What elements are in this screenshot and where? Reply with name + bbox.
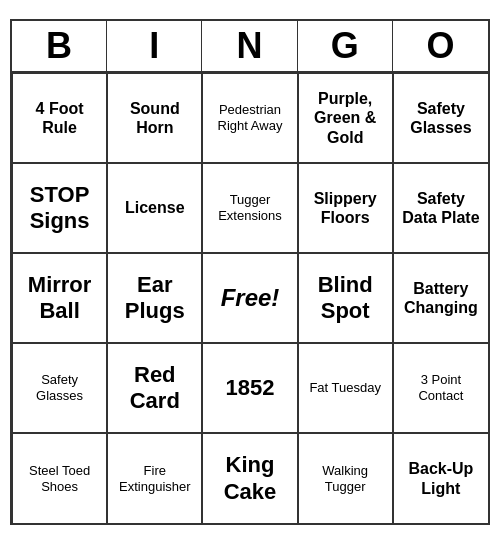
header-letter: G xyxy=(298,21,393,71)
bingo-cell: License xyxy=(107,163,202,253)
bingo-cell: 1852 xyxy=(202,343,297,433)
cell-text: 4 Foot Rule xyxy=(17,99,102,137)
cell-text: Purple, Green & Gold xyxy=(303,89,388,147)
cell-text: Ear Plugs xyxy=(112,272,197,325)
cell-text: License xyxy=(125,198,185,217)
cell-text: Pedestrian Right Away xyxy=(207,102,292,133)
bingo-cell: Safety Data Plate xyxy=(393,163,488,253)
cell-text: Tugger Extensions xyxy=(207,192,292,223)
bingo-cell: Mirror Ball xyxy=(12,253,107,343)
cell-text: STOP Signs xyxy=(17,182,102,235)
cell-text: Walking Tugger xyxy=(303,463,388,494)
bingo-cell: Pedestrian Right Away xyxy=(202,73,297,163)
bingo-cell: STOP Signs xyxy=(12,163,107,253)
cell-text: Fat Tuesday xyxy=(309,380,381,396)
bingo-cell: Free! xyxy=(202,253,297,343)
header-letter: I xyxy=(107,21,202,71)
bingo-card: BINGO 4 Foot RuleSound HornPedestrian Ri… xyxy=(10,19,490,525)
bingo-cell: Tugger Extensions xyxy=(202,163,297,253)
cell-text: 1852 xyxy=(226,375,275,401)
bingo-cell: 4 Foot Rule xyxy=(12,73,107,163)
cell-text: Sound Horn xyxy=(112,99,197,137)
bingo-cell: 3 Point Contact xyxy=(393,343,488,433)
bingo-cell: Red Card xyxy=(107,343,202,433)
header-letter: O xyxy=(393,21,488,71)
cell-text: Mirror Ball xyxy=(17,272,102,325)
bingo-cell: Ear Plugs xyxy=(107,253,202,343)
cell-text: Red Card xyxy=(112,362,197,415)
bingo-cell: Slippery Floors xyxy=(298,163,393,253)
bingo-cell: Blind Spot xyxy=(298,253,393,343)
cell-text: Back-Up Light xyxy=(398,459,484,497)
cell-text: Blind Spot xyxy=(303,272,388,325)
bingo-cell: Sound Horn xyxy=(107,73,202,163)
bingo-cell: King Cake xyxy=(202,433,297,523)
bingo-cell: Fire Extinguisher xyxy=(107,433,202,523)
bingo-cell: Safety Glasses xyxy=(393,73,488,163)
bingo-header: BINGO xyxy=(12,21,488,73)
cell-text: Free! xyxy=(221,284,280,313)
bingo-grid: 4 Foot RuleSound HornPedestrian Right Aw… xyxy=(12,73,488,523)
bingo-cell: Safety Glasses xyxy=(12,343,107,433)
bingo-cell: Fat Tuesday xyxy=(298,343,393,433)
bingo-cell: Battery Changing xyxy=(393,253,488,343)
cell-text: Slippery Floors xyxy=(303,189,388,227)
cell-text: King Cake xyxy=(207,452,292,505)
bingo-cell: Steel Toed Shoes xyxy=(12,433,107,523)
cell-text: Safety Glasses xyxy=(17,372,102,403)
bingo-cell: Purple, Green & Gold xyxy=(298,73,393,163)
cell-text: 3 Point Contact xyxy=(398,372,484,403)
bingo-cell: Walking Tugger xyxy=(298,433,393,523)
cell-text: Fire Extinguisher xyxy=(112,463,197,494)
cell-text: Safety Glasses xyxy=(398,99,484,137)
header-letter: N xyxy=(202,21,297,71)
cell-text: Battery Changing xyxy=(398,279,484,317)
header-letter: B xyxy=(12,21,107,71)
cell-text: Safety Data Plate xyxy=(398,189,484,227)
cell-text: Steel Toed Shoes xyxy=(17,463,102,494)
bingo-cell: Back-Up Light xyxy=(393,433,488,523)
